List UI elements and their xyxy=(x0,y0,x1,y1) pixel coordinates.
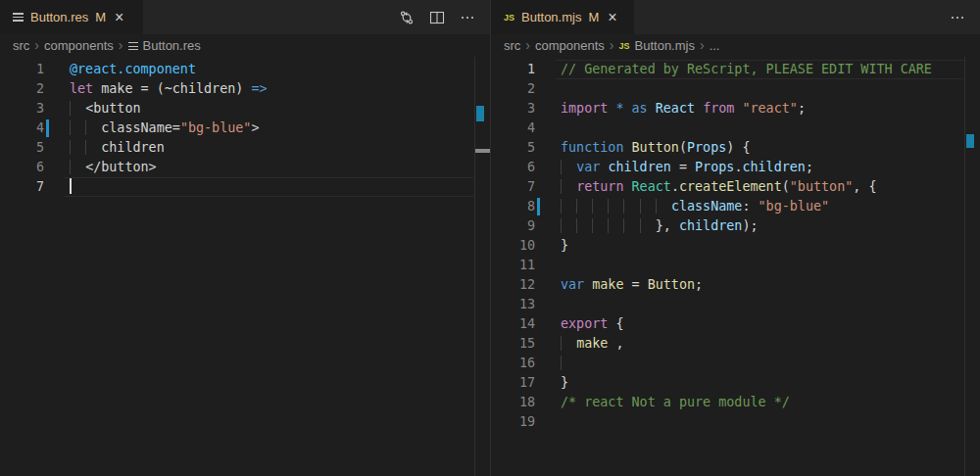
open-changes-icon[interactable] xyxy=(396,7,417,28)
code-line[interactable]: 12var make = Button; xyxy=(491,275,980,295)
gutter xyxy=(535,256,561,275)
gutter xyxy=(535,236,561,256)
line-number: 2 xyxy=(0,79,44,99)
code-line[interactable]: 5 children xyxy=(0,138,490,158)
text-cursor xyxy=(70,178,72,194)
breadcrumb-item-file[interactable]: Button.res xyxy=(128,38,201,53)
breadcrumb-item-file[interactable]: JS Button.mjs xyxy=(619,38,695,53)
code-line[interactable]: 4 xyxy=(491,119,980,138)
gutter xyxy=(44,79,70,99)
code-line[interactable]: 6 var children = Props.children; xyxy=(491,158,980,177)
line-number: 11 xyxy=(491,256,535,275)
code-line[interactable]: 2 xyxy=(491,79,980,99)
overview-ruler[interactable] xyxy=(474,57,490,476)
code-line[interactable]: 2let make = (~children) => xyxy=(0,79,490,99)
code-editor-javascript[interactable]: 1// Generated by ReScript, PLEASE EDIT W… xyxy=(491,57,980,476)
code-line[interactable]: 15 make , xyxy=(491,334,980,354)
tab-button-mjs[interactable]: JS Button.mjs M × xyxy=(491,0,634,34)
code-line[interactable]: 19 xyxy=(491,412,980,432)
close-icon[interactable]: × xyxy=(606,10,618,25)
code-line[interactable]: 7 xyxy=(0,177,490,197)
git-modified-marker xyxy=(537,198,540,215)
line-number: 12 xyxy=(491,275,535,295)
breadcrumb: src › components › Button.res xyxy=(0,34,490,57)
code-line[interactable]: 9 }, children); xyxy=(491,216,980,236)
split-editor-icon[interactable] xyxy=(426,7,448,28)
code-text: make , xyxy=(561,334,624,354)
code-text: @react.component xyxy=(70,60,196,79)
overview-modified-marker xyxy=(966,134,974,148)
line-number: 1 xyxy=(0,60,44,79)
editor-pane-left: Button.res M × xyxy=(0,0,490,476)
line-number: 7 xyxy=(0,177,44,197)
editor-actions-left xyxy=(396,0,490,34)
code-text: // Generated by ReScript, PLEASE EDIT WI… xyxy=(561,60,932,79)
tab-label: Button.res xyxy=(30,10,88,24)
code-line[interactable]: 3import * as React from "react"; xyxy=(491,99,980,119)
breadcrumb-item-symbol[interactable]: ... xyxy=(710,38,720,53)
code-line[interactable]: 4 className="bg-blue"> xyxy=(0,119,490,138)
line-number: 7 xyxy=(491,177,535,197)
code-line[interactable]: 1@react.component xyxy=(0,60,490,79)
code-text xyxy=(70,177,72,197)
code-text: <button xyxy=(70,99,141,119)
line-number: 18 xyxy=(491,393,535,412)
code-line[interactable]: 13 xyxy=(491,295,980,314)
code-line[interactable]: 14export { xyxy=(491,314,980,334)
gutter xyxy=(44,99,70,119)
breadcrumb-item-src[interactable]: src xyxy=(504,38,520,53)
code-text xyxy=(561,354,576,373)
close-icon[interactable]: × xyxy=(113,10,125,25)
more-actions-icon[interactable] xyxy=(457,7,478,28)
more-actions-icon[interactable] xyxy=(947,7,968,28)
overview-ruler[interactable] xyxy=(964,57,980,476)
js-icon: JS xyxy=(504,13,514,23)
code-line[interactable]: 10} xyxy=(491,236,980,256)
code-text: export { xyxy=(561,314,624,334)
line-number: 5 xyxy=(0,138,44,158)
code-editor-rescript[interactable]: 1@react.component2let make = (~children)… xyxy=(0,57,490,476)
file-list-icon xyxy=(128,42,138,50)
gutter xyxy=(535,275,561,295)
line-number: 3 xyxy=(0,99,44,119)
code-line[interactable]: 17} xyxy=(491,373,980,393)
code-line[interactable]: 3 <button xyxy=(0,99,490,119)
editor-pane-right: JS Button.mjs M × src › components › JS … xyxy=(490,0,980,476)
chevron-right-icon: › xyxy=(610,38,614,52)
breadcrumb-file-label: Button.res xyxy=(143,38,201,53)
gutter xyxy=(535,138,561,158)
gutter xyxy=(535,295,561,314)
gutter xyxy=(535,412,561,432)
code-text: let make = (~children) => xyxy=(70,79,268,99)
line-number: 6 xyxy=(0,158,44,177)
code-text: className="bg-blue"> xyxy=(70,119,260,138)
code-text: } xyxy=(561,236,568,256)
gutter xyxy=(44,138,70,158)
line-number: 1 xyxy=(491,60,535,79)
chevron-right-icon: › xyxy=(700,38,705,52)
code-text: children xyxy=(70,138,165,158)
code-line[interactable]: 16 xyxy=(491,354,980,373)
code-line[interactable]: 1// Generated by ReScript, PLEASE EDIT W… xyxy=(491,60,980,79)
gutter xyxy=(535,79,561,99)
code-line[interactable]: 8 className: "bg-blue" xyxy=(491,197,980,216)
code-text: import * as React from "react"; xyxy=(561,99,806,119)
gutter xyxy=(535,177,561,197)
line-number: 2 xyxy=(491,79,535,99)
js-icon: JS xyxy=(619,41,630,51)
breadcrumb-item-components[interactable]: components xyxy=(44,38,114,53)
code-line[interactable]: 5function Button(Props) { xyxy=(491,138,980,158)
code-line[interactable]: 7 return React.createElement("button", { xyxy=(491,177,980,197)
code-line[interactable]: 11 xyxy=(491,256,980,275)
editor-actions-right xyxy=(947,0,980,34)
code-line[interactable]: 6 </button> xyxy=(0,158,490,177)
git-modified-marker xyxy=(46,119,49,137)
breadcrumb-item-components[interactable]: components xyxy=(535,38,605,53)
line-number: 4 xyxy=(0,119,44,138)
tab-button-res[interactable]: Button.res M × xyxy=(0,0,143,34)
code-line[interactable]: 18/* react Not a pure module */ xyxy=(491,393,980,412)
gutter xyxy=(535,99,561,119)
breadcrumb-item-src[interactable]: src xyxy=(13,38,29,53)
gutter xyxy=(535,373,561,393)
tab-bar-right: JS Button.mjs M × xyxy=(491,0,980,34)
